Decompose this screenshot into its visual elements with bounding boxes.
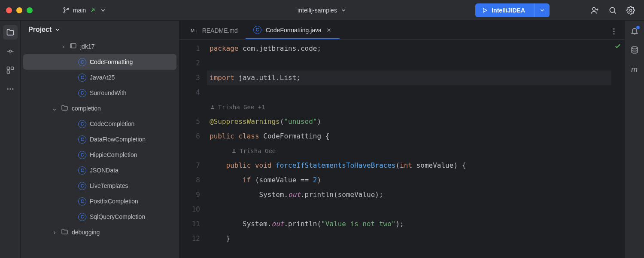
svg-rect-13: [70, 44, 76, 48]
code-line[interactable]: package com.jetbrains.code;: [207, 41, 611, 56]
svg-point-0: [64, 7, 65, 9]
class-icon: C: [78, 89, 86, 97]
editor-tabs: M↓ README.md C CodeFormatting.java: [179, 21, 624, 40]
tree-item[interactable]: CJavaAt25: [23, 70, 176, 85]
class-icon: C: [78, 135, 86, 144]
tree-item[interactable]: CHippieCompletion: [23, 147, 176, 163]
svg-rect-8: [11, 67, 13, 70]
gear-icon: [626, 6, 635, 15]
svg-rect-7: [7, 67, 9, 70]
tree-item[interactable]: CSurroundWith: [23, 85, 176, 101]
structure-tool-button[interactable]: [3, 63, 18, 77]
code-line[interactable]: [207, 56, 611, 71]
code-with-me-button[interactable]: [587, 3, 602, 18]
tree-item[interactable]: ›jdk17: [23, 39, 176, 54]
database-tool-button[interactable]: [627, 43, 642, 58]
close-window-button[interactable]: [6, 7, 12, 13]
editor-area: M↓ README.md C CodeFormatting.java 12345…: [179, 21, 644, 258]
code-line[interactable]: import java.util.List;: [207, 71, 611, 85]
code-line[interactable]: @SuppressWarnings("unused"): [207, 114, 611, 129]
svg-point-18: [233, 149, 235, 151]
author-hint: Trisha Gee +1: [207, 100, 611, 114]
ellipsis-icon: [6, 85, 15, 93]
tree-item[interactable]: CJSONData: [23, 163, 176, 178]
code-editor[interactable]: 123456789101112 package com.jetbrains.co…: [179, 40, 624, 258]
bell-icon: [630, 27, 639, 35]
chevron-icon[interactable]: ›: [52, 229, 58, 236]
check-icon: [614, 42, 622, 50]
tree-item[interactable]: ›debugging: [23, 224, 176, 240]
settings-button[interactable]: [623, 3, 638, 18]
tree-item-label: CodeCompletion: [90, 120, 134, 127]
tree-item[interactable]: CCodeCompletion: [23, 116, 176, 132]
author-hint: Trisha Gee: [207, 144, 611, 158]
class-icon: C: [78, 213, 86, 221]
tree-item-label: JSONData: [90, 167, 118, 174]
class-icon: C: [78, 58, 86, 66]
run-button[interactable]: IntelliJIDEA: [475, 3, 531, 17]
tree-item-label: debugging: [72, 229, 100, 236]
chevron-down-icon: [340, 7, 346, 13]
tree-item-label: DataFlowCompletion: [90, 136, 146, 143]
run-configuration[interactable]: IntelliJIDEA: [475, 3, 550, 17]
class-icon: C: [78, 74, 86, 82]
branch-name: main: [73, 7, 86, 14]
tab-readme[interactable]: M↓ README.md: [183, 23, 246, 39]
class-icon: C: [78, 197, 86, 206]
inspection-gutter: [611, 40, 624, 258]
code-line[interactable]: if (someValue == 2): [207, 173, 611, 187]
notifications-button[interactable]: [627, 24, 642, 39]
code-line[interactable]: [207, 85, 611, 100]
chevron-icon[interactable]: ›: [60, 43, 66, 50]
code-line[interactable]: public class CodeFormatting {: [207, 129, 611, 144]
svg-point-5: [630, 9, 632, 11]
svg-point-10: [7, 88, 8, 89]
minimize-window-button[interactable]: [16, 7, 22, 13]
code-line[interactable]: [207, 202, 611, 217]
project-switcher[interactable]: intellij-samples: [298, 7, 346, 14]
tree-item[interactable]: CSqlQueryCompletion: [23, 209, 176, 224]
svg-point-15: [614, 31, 615, 32]
structure-icon: [6, 66, 15, 74]
commit-tool-button[interactable]: [3, 44, 18, 58]
add-user-icon: [590, 6, 599, 15]
project-pane-header[interactable]: Project: [21, 21, 179, 39]
tree-item[interactable]: CPostfixCompletion: [23, 194, 176, 209]
code-content[interactable]: package com.jetbrains.code;import java.u…: [207, 40, 611, 258]
tab-codeformatting[interactable]: C CodeFormatting.java: [246, 22, 340, 39]
tree-item[interactable]: CCodeFormatting: [23, 54, 176, 70]
svg-point-3: [592, 7, 595, 10]
class-icon: C: [78, 182, 86, 190]
tree-item-label: HippieCompletion: [90, 151, 137, 158]
window-controls: [6, 7, 33, 13]
svg-point-19: [632, 47, 637, 49]
project-tree[interactable]: ›jdk17CCodeFormattingCJavaAt25CSurroundW…: [21, 39, 179, 258]
vcs-branch-picker[interactable]: main: [58, 5, 111, 15]
tab-label: README.md: [202, 27, 238, 34]
project-name: intellij-samples: [298, 7, 337, 14]
project-tool-button[interactable]: [3, 25, 18, 40]
tree-item[interactable]: ⌄completion: [23, 101, 176, 116]
maven-tool-button[interactable]: m: [627, 62, 642, 77]
svg-point-14: [614, 28, 615, 30]
close-tab-icon[interactable]: [326, 27, 332, 33]
search-everywhere-button[interactable]: [605, 3, 620, 18]
code-line[interactable]: System.out.println("Value is not two");: [207, 217, 611, 231]
tab-options-button[interactable]: [610, 27, 624, 39]
folder-icon: [61, 228, 68, 236]
tree-item-label: completion: [72, 105, 101, 112]
tab-label: CodeFormatting.java: [266, 27, 322, 34]
right-tool-strip: m: [624, 21, 644, 258]
code-line[interactable]: public void forceIfStatementsToHaveBrace…: [207, 158, 611, 173]
code-line[interactable]: System.out.println(someValue);: [207, 187, 611, 202]
run-config-name: IntelliJIDEA: [492, 7, 525, 14]
code-line[interactable]: }: [207, 231, 611, 246]
svg-point-12: [12, 88, 13, 89]
tree-item[interactable]: CLiveTemplates: [23, 178, 176, 194]
tree-item-label: PostfixCompletion: [90, 198, 138, 205]
run-config-dropdown[interactable]: [535, 3, 550, 17]
zoom-window-button[interactable]: [27, 7, 33, 13]
more-tool-button[interactable]: [3, 82, 18, 96]
chevron-icon[interactable]: ⌄: [52, 105, 58, 112]
tree-item[interactable]: CDataFlowCompletion: [23, 132, 176, 147]
